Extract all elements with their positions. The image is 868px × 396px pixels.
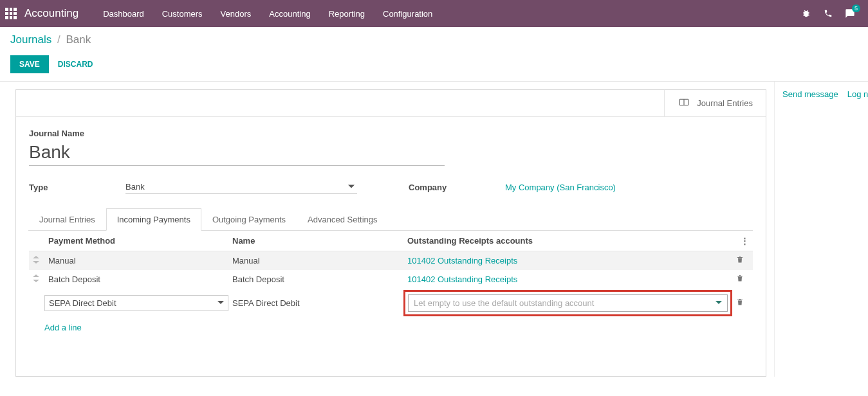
messaging-icon[interactable]: 5 [845,8,855,19]
th-handle [29,231,44,251]
trash-icon[interactable] [736,299,744,309]
caret-down-icon [348,182,355,192]
nav-customers[interactable]: Customers [153,9,212,19]
app-title: Accounting [24,7,78,20]
nav-reporting[interactable]: Reporting [320,9,374,19]
nav-configuration[interactable]: Configuration [374,9,441,19]
chatter: Send message Log n [774,82,868,377]
message-badge: 5 [852,4,860,12]
save-button[interactable]: SAVE [10,55,49,73]
nav-right: 5 [801,8,863,19]
company-label: Company [409,183,505,192]
tab-outgoing-payments[interactable]: Outgoing Payments [201,208,297,230]
bug-icon[interactable] [801,8,811,19]
caret-down-icon [217,298,224,308]
control-panel: Journals / Bank SAVE DISCARD [0,27,868,82]
apps-icon[interactable] [5,8,17,19]
navbar: Accounting Dashboard Customers Vendors A… [0,0,868,27]
table-row-editing: SEPA Direct Debit SEPA Direct Debit [29,289,753,318]
form-sheet: Journal Entries Journal Name Type Bank [15,89,766,377]
cell-account[interactable]: 101402 Outstanding Receipts [403,251,732,271]
type-value: Bank [125,182,145,192]
nav-dashboard[interactable]: Dashboard [94,9,153,19]
form-area: Journal Entries Journal Name Type Bank [0,82,774,377]
add-line-row: Add a line [29,318,753,338]
table-row[interactable]: Manual Manual 101402 Outstanding Receipt… [29,251,753,271]
cell-name: SEPA Direct Debit [228,289,403,318]
drag-handle-icon[interactable] [29,251,44,271]
discard-button[interactable]: DISCARD [58,60,93,69]
breadcrumb-current: Bank [66,33,91,46]
type-select[interactable]: Bank [125,180,357,194]
send-message-button[interactable]: Send message [782,89,838,377]
payment-methods-table: Payment Method Name Outstanding Receipts… [29,231,753,376]
tab-advanced-settings[interactable]: Advanced Settings [297,208,388,230]
nav-vendors[interactable]: Vendors [212,9,261,19]
type-field: Type Bank [29,180,357,194]
pm-value: SEPA Direct Debit [49,298,116,308]
nav-accounting[interactable]: Accounting [260,9,319,19]
payment-method-select[interactable]: SEPA Direct Debit [44,295,228,311]
cell-name: Manual [228,251,403,271]
kebab-icon[interactable]: ⋮ [741,236,749,246]
cell-name: Batch Deposit [228,270,403,289]
cell-pm: Batch Deposit [44,270,228,289]
company-field: Company My Company (San Francisco) [409,180,616,194]
main-wrapper: Journal Entries Journal Name Type Bank [0,82,868,377]
add-line-button[interactable]: Add a line [44,318,753,338]
journal-name-input[interactable] [29,141,445,166]
tabs: Journal Entries Incoming Payments Outgoi… [28,208,753,231]
type-label: Type [29,183,125,192]
phone-icon[interactable] [823,8,833,19]
log-note-button[interactable]: Log n [847,89,868,377]
drag-handle-icon[interactable] [29,289,44,318]
stat-label: Journal Entries [697,98,753,108]
journal-name-label: Journal Name [29,129,753,138]
drag-handle-icon[interactable] [29,270,44,289]
tab-journal-entries[interactable]: Journal Entries [28,208,106,230]
th-account: Outstanding Receipts accounts [403,231,732,251]
th-name: Name [228,231,403,251]
trash-icon[interactable] [736,275,744,285]
th-options: ⋮ [732,231,753,251]
trash-icon[interactable] [736,256,744,266]
stat-bar: Journal Entries [16,90,766,117]
th-payment-method: Payment Method [44,231,228,251]
action-buttons: SAVE DISCARD [10,55,858,73]
book-icon [678,97,690,109]
breadcrumb: Journals / Bank [10,33,858,46]
nav-menu: Dashboard Customers Vendors Accounting R… [94,9,441,19]
field-row: Type Bank Company My Company (San Franci… [29,180,753,194]
breadcrumb-sep: / [57,33,60,46]
outstanding-account-highlight [403,290,732,316]
outstanding-account-input-wrap [408,294,728,312]
tab-incoming-payments[interactable]: Incoming Payments [106,208,201,231]
table-row[interactable]: Batch Deposit Batch Deposit 101402 Outst… [29,270,753,289]
cell-account[interactable]: 101402 Outstanding Receipts [403,270,732,289]
outstanding-account-input[interactable] [409,295,710,311]
journal-entries-stat-button[interactable]: Journal Entries [664,90,766,116]
company-value[interactable]: My Company (San Francisco) [505,183,616,192]
cell-pm: Manual [44,251,228,271]
breadcrumb-parent[interactable]: Journals [10,33,51,46]
sheet-body: Journal Name Type Bank Company [16,117,766,376]
caret-down-icon[interactable] [710,298,727,308]
